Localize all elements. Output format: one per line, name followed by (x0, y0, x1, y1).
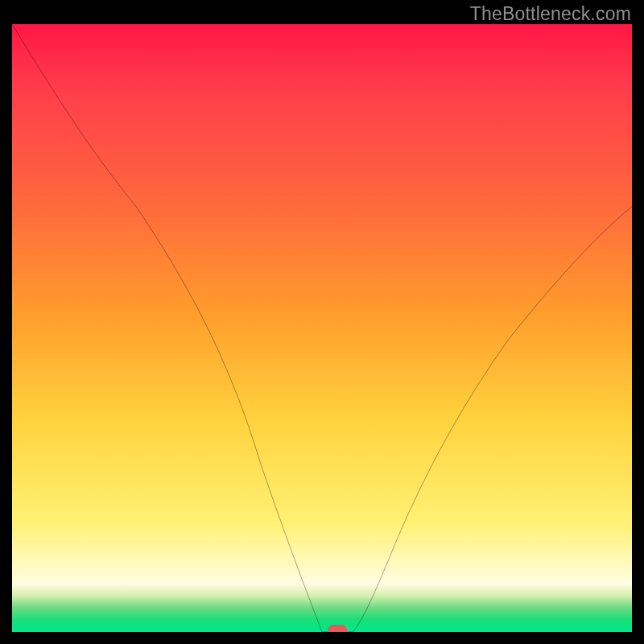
chart-frame: TheBottleneck.com (0, 0, 644, 644)
bottleneck-curve (12, 24, 632, 632)
watermark-text: TheBottleneck.com (470, 3, 631, 25)
plot-area (12, 24, 632, 632)
optimal-point-marker (328, 625, 347, 632)
